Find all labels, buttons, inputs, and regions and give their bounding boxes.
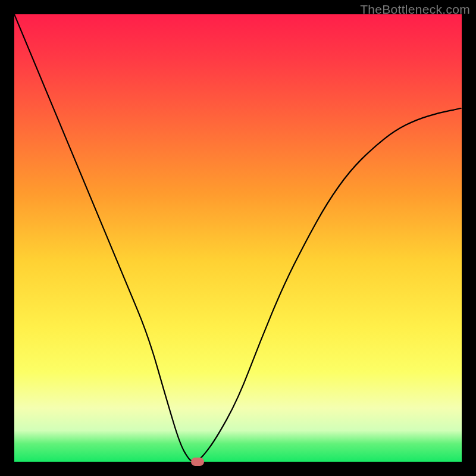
optimal-point-marker: [191, 458, 204, 466]
plot-area: [14, 14, 462, 462]
bottleneck-curve: [14, 14, 462, 462]
chart-frame: TheBottleneck.com: [0, 0, 476, 476]
watermark-text: TheBottleneck.com: [360, 2, 470, 17]
